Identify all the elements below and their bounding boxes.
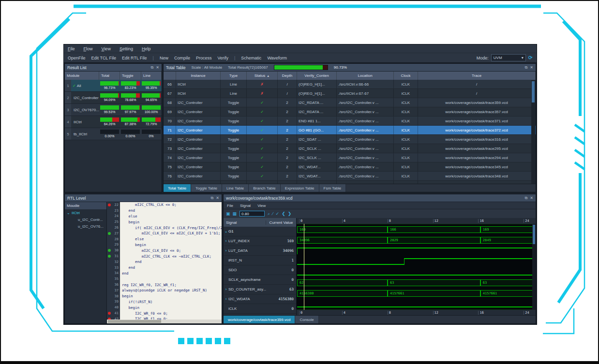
gutter[interactable]: 26 [107,225,120,231]
table-row[interactable]: 5 tb_IICtrl 0.00% 0.00% [65,128,162,140]
scrollbar-thumb[interactable] [532,81,535,102]
vertical-scrollbar[interactable] [531,80,535,184]
signal-row[interactable]: › LUT_DATA 34096 [224,246,296,256]
gutter[interactable]: 39 [107,299,120,305]
column-header[interactable]: Trace [418,72,536,80]
waveform-canvas[interactable]: 0 4 8 12 16 [297,218,536,316]
table-row[interactable]: 2 I2C_Controller 94.09% 78.68% [65,92,162,104]
code-line[interactable]: 23 end [107,208,222,214]
scrollbar-thumb[interactable] [108,320,161,323]
code-line[interactable]: 30 mI2C_CLK_DIV <= 0; [107,248,222,253]
gutter[interactable]: 40 [107,305,120,310]
slope-icon[interactable]: ∕ [272,211,273,216]
gutter[interactable]: 33 [107,265,120,271]
toolbar-button[interactable]: Verify [217,56,228,60]
gutter[interactable]: 36 [107,282,120,288]
code-line[interactable]: 32 end [107,259,222,265]
gutter[interactable]: 28 [107,236,120,242]
code-line[interactable]: 25 begin [107,219,222,225]
undock-icon[interactable]: ⧉ [525,196,528,201]
close-icon[interactable]: ✕ [530,65,533,70]
code-line[interactable]: 26 if( mI2C_CLK_DIV < (CLK_Freq/I2C_Freq… [107,225,222,231]
close-icon[interactable]: ✕ [216,196,219,201]
code-line[interactable]: 33 end [107,265,222,271]
table-row[interactable]: 74 I2C_Controller Toggle ✓ 2 I2C_SCLK ..… [164,153,536,162]
column-header[interactable]: Type [221,72,247,80]
column-header[interactable]: Total [99,72,120,80]
gutter[interactable]: 42 [107,316,120,320]
table-row[interactable]: 72 I2C_Controller Toggle ✓ 2 I2C_SDAT ..… [164,135,536,144]
code-line[interactable]: 40 begin [107,305,222,310]
undock-icon[interactable]: ⧉ [211,196,214,201]
close-icon[interactable]: ✕ [156,65,159,70]
column-header[interactable]: Depth [278,72,297,80]
code-line[interactable]: 41 I2C_WR_f0 <= 0; [107,310,222,316]
gutter[interactable]: 35 [107,276,120,282]
table-tab[interactable]: Expression Table [281,184,319,192]
wave-lane[interactable] [297,256,536,267]
tree-item[interactable]: ⌄ IICtrl [65,209,106,216]
code-line[interactable]: 39 if(!iRST_N) [107,299,222,305]
table-row[interactable]: 75 I2C_Controller Toggle ✓ 2 I2C_WDAT...… [164,162,536,172]
gutter[interactable]: 22 [107,202,120,208]
menu-item[interactable]: File [227,204,233,208]
expand-icon[interactable]: › [224,287,228,291]
wave-lane[interactable]: 34096 2829 2849 [297,235,536,246]
expand-icon[interactable]: ⌄ [67,211,70,215]
gutter[interactable]: 23 [107,208,120,214]
prev-edge-icon[interactable]: ❮ [282,211,285,216]
toolbar-button[interactable]: New [160,56,168,60]
table-tab[interactable]: Branch Table [249,184,281,192]
wave-lane[interactable] [297,299,536,309]
table-row[interactable]: 70 I2C_Controller Toggle ✓ 2 END #81 1..… [164,116,536,126]
tree-item[interactable]: u_I2C_OV76... [65,223,106,230]
signal-row[interactable]: › LUT_INDEX 169 [224,236,296,246]
code-line[interactable]: 27 mI2C_CLK_DIV <= mI2C_CLK_DIV + 1'b1; [107,231,222,236]
table-tab[interactable]: Fsm Table [319,184,346,192]
column-header[interactable]: Clock [394,72,418,80]
horizontal-scrollbar[interactable] [107,320,222,323]
expand-icon[interactable]: › [224,297,228,301]
grid-mode-icon[interactable]: ▦ [233,211,237,216]
table-row[interactable]: 1 ✓ All 96.73% 83.23% 95 [65,80,162,92]
signal-row[interactable]: SDO 0 [224,265,296,275]
wave-tab[interactable]: Console [295,316,318,323]
table-tab[interactable]: Line Table [222,184,249,192]
table-tab[interactable]: Total Table [164,184,191,192]
wave-lane[interactable]: 169 166 169 [297,224,536,235]
column-header[interactable]: Module [65,72,99,80]
gutter[interactable]: 30 [107,248,120,253]
sort-icon[interactable]: ▲ [267,74,270,77]
mode-select[interactable]: UVM ▾ [491,54,526,61]
vertical-scrollbar[interactable] [532,224,536,310]
time-cursor[interactable] [304,224,304,310]
toolbar-button[interactable]: Schematic [241,56,261,60]
scrollbar-thumb[interactable] [533,225,535,244]
undock-icon[interactable]: ⧉ [151,65,154,70]
table-row[interactable]: 67 IICtrl Line ✗ / (O)REG_H[1]... ./src/… [164,89,536,98]
code-line[interactable]: 22 mI2C_CTRL_CLK <= 0; [107,202,222,208]
expand-icon[interactable]: › [224,248,228,253]
toolbar-button[interactable]: OpenFile [68,56,86,60]
toolbar-button[interactable]: Compile [174,56,190,60]
menu-item[interactable]: Help [142,46,151,51]
tree-item[interactable]: u_I2C_Contr... [65,216,106,223]
gutter[interactable]: 25 [107,219,120,225]
code-line[interactable]: 35 [107,276,222,282]
search-icon[interactable]: ⌕ [268,211,270,217]
gutter[interactable]: 31 [107,253,120,259]
code-line[interactable]: 37 always@(posedge iCLK or negedge iRST_… [107,288,222,293]
gutter[interactable]: 37 [107,288,120,293]
expand-icon[interactable]: ⌄ [224,229,228,233]
gutter[interactable]: 32 [107,259,120,265]
code-line[interactable]: 42 I2C_WR_f1 <= 0; [107,316,222,320]
signal-row[interactable]: › SD_COUNTER_asy... 63 [224,285,296,294]
time-input[interactable] [240,211,265,217]
gutter[interactable]: 41 [107,310,120,316]
undock-icon[interactable]: ⧉ [525,65,528,70]
table-row[interactable]: 4 IICtrl 64.26% 87.38% [65,116,162,128]
table-row[interactable]: 73 I2C_Controller Toggle ✓ 2 I2C_SCLK ..… [164,144,536,153]
code-line[interactable]: 38 begin [107,293,222,299]
check-icon[interactable]: ✓ [276,211,280,216]
table-row[interactable]: 3 I2C_OV7670... 99.53% 97.97% [65,104,162,116]
